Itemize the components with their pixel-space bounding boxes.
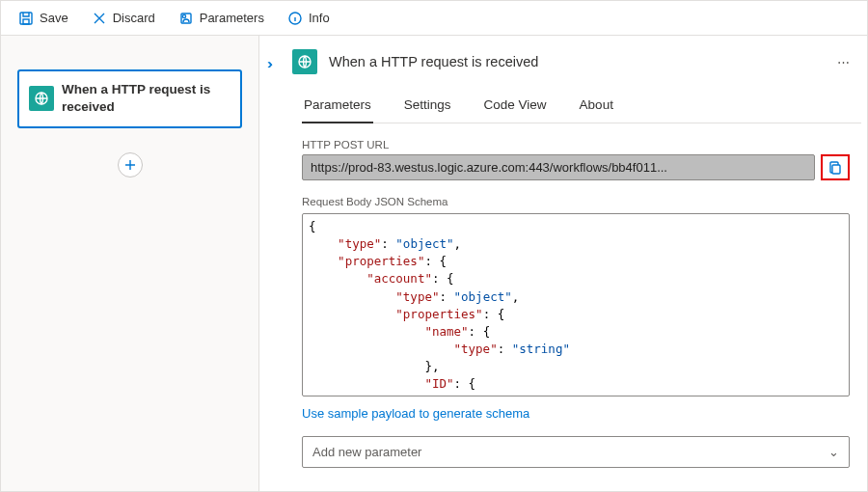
discard-button[interactable]: Discard xyxy=(82,7,165,30)
tab-parameters[interactable]: Parameters xyxy=(302,92,373,123)
http-request-icon xyxy=(29,86,54,111)
info-button[interactable]: Info xyxy=(278,7,339,30)
use-sample-payload-link[interactable]: Use sample payload to generate schema xyxy=(302,406,529,421)
chevron-down-icon: ⌄ xyxy=(828,445,839,459)
http-request-icon xyxy=(292,49,317,74)
more-menu-button[interactable]: ⋯ xyxy=(837,55,850,69)
save-label: Save xyxy=(40,11,68,25)
tab-settings[interactable]: Settings xyxy=(402,92,453,123)
tab-code-view[interactable]: Code View xyxy=(482,92,549,123)
add-step-button[interactable] xyxy=(118,152,143,178)
trigger-card[interactable]: When a HTTP request is received xyxy=(18,70,241,127)
toolbar: Save Discard Parameters Info xyxy=(1,1,867,36)
parameters-button[interactable]: Parameters xyxy=(169,7,274,30)
tab-about[interactable]: About xyxy=(578,92,615,123)
discard-label: Discard xyxy=(113,11,155,25)
url-field-label: HTTP POST URL xyxy=(302,139,850,150)
pane-tabs: Parameters Settings Code View About xyxy=(302,92,861,123)
svg-rect-0 xyxy=(20,13,32,24)
svg-point-3 xyxy=(182,14,185,17)
save-button[interactable]: Save xyxy=(9,7,78,30)
info-label: Info xyxy=(309,11,330,25)
parameters-label: Parameters xyxy=(200,11,264,25)
http-post-url-field[interactable]: https://prod-83.westus.logic.azure.com:4… xyxy=(302,154,815,180)
svg-rect-1 xyxy=(23,19,29,24)
add-new-parameter-dropdown[interactable]: Add new parameter ⌄ xyxy=(302,436,850,468)
add-new-parameter-placeholder: Add new parameter xyxy=(312,445,421,459)
schema-field-label: Request Body JSON Schema xyxy=(302,196,850,207)
trigger-title: When a HTTP request is received xyxy=(62,81,231,115)
collapse-pane-button[interactable]: ›› xyxy=(267,55,269,71)
copy-url-button[interactable] xyxy=(821,154,850,180)
designer-canvas: When a HTTP request is received xyxy=(1,36,259,491)
svg-rect-7 xyxy=(832,165,840,174)
properties-pane: ›› When a HTTP request is received ⋯ Par… xyxy=(259,36,867,491)
pane-title: When a HTTP request is received xyxy=(329,54,538,69)
request-body-schema-input[interactable]: { "type": "object", "properties": { "acc… xyxy=(302,213,850,396)
